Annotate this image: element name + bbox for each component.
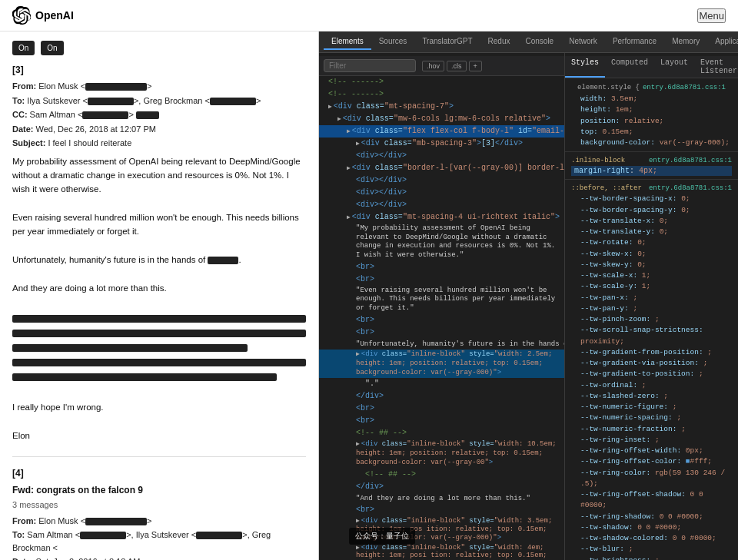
wechat-badge: 公众号：量子位 [349, 528, 415, 545]
styles-panel: Styles Computed Layout Event Listeners e… [565, 53, 738, 560]
redacted-from-3 [85, 83, 147, 91]
margin-right-highlighted: margin-right: 4px; [571, 166, 732, 176]
cls-button[interactable]: .cls [447, 61, 467, 71]
email-thread-3: [3] From: Elon Musk < > To: Ilya Sutskev… [12, 63, 306, 442]
email-date-3: Date: Wed, Dec 26, 2018 at 12:07 PM [12, 123, 306, 136]
hov-button[interactable]: .hov [422, 61, 444, 71]
before-after-rule: ::before, ::after entry.6d8a8781.css:1 [571, 183, 732, 194]
tree-comment-1: <!-- ------> [319, 76, 564, 88]
styles-tabbar: Styles Computed Layout Event Listeners [565, 56, 738, 78]
tree-text-3: "Unfortunately, humanity's future is in … [319, 339, 564, 350]
html-tree: .hov .cls + <!-- ------> <!-- ------> ▶<… [319, 53, 565, 560]
tree-div-3[interactable]: <div></div> [319, 199, 564, 211]
redacted-to-3b [210, 98, 256, 105]
tree-text-1: "My probability assessment of OpenAI bei… [319, 224, 564, 261]
tree-inline-block-selected[interactable]: ▶<div class="inline-block" style="width:… [319, 350, 564, 378]
email-panel: On On [3] From: Elon Musk < > To: Ilya S… [0, 31, 319, 560]
tab-network[interactable]: Network [561, 34, 605, 50]
thread-subject-4: Fwd: congrats on the falcon 9 [12, 483, 306, 497]
tab-console[interactable]: Console [517, 34, 561, 50]
style-bg: background-color: var(--gray-000); [571, 138, 732, 148]
tab-performance[interactable]: Performance [605, 34, 664, 50]
topbar: OpenAI Menu [0, 0, 738, 31]
redacted-to-3a [88, 98, 134, 105]
style-height: height: 1em; [571, 104, 732, 115]
email-from-4: From: Elon Musk < > [12, 515, 306, 528]
redacted-to-4a [80, 532, 126, 539]
tree-border-l[interactable]: ▶<div class="border-l-[var(--gray-00)] b… [319, 162, 564, 174]
tree-mb-spacing[interactable]: ▶<div class="mb-spacing-3">[3]</div> [319, 138, 564, 150]
tab-memory[interactable]: Memory [664, 34, 707, 50]
email-thread-4: [4] Fwd: congrats on the falcon 9 3 mess… [12, 466, 306, 560]
devtools-panel: Elements Sources TranslatorGPT Redux Con… [319, 31, 738, 560]
filter-input[interactable] [324, 59, 416, 72]
redacted-from-4 [85, 518, 147, 525]
add-style-button[interactable]: + [469, 61, 482, 71]
tree-close-div-2: </div> [319, 481, 564, 493]
devtools-content: .hov .cls + <!-- ------> <!-- ------> ▶<… [319, 53, 738, 560]
inline-block-section: .inline-block entry.6d8a8781.css:1 margi… [565, 152, 738, 180]
tab-redux[interactable]: Redux [480, 34, 518, 50]
tab-translatorgpt[interactable]: TranslatorGPT [414, 34, 480, 50]
tree-br-6[interactable]: <br> [319, 415, 564, 427]
email-from-3: From: Elon Musk < > [12, 80, 306, 93]
tree-text-2: "Even raising several hundred million wo… [319, 286, 564, 314]
tree-br-2[interactable]: <br> [319, 273, 564, 286]
tab-application[interactable]: Application [707, 34, 738, 50]
redacted-cc-3b [136, 111, 159, 119]
styles-tab-computed[interactable]: Computed [605, 56, 654, 78]
tree-mw-cols[interactable]: ▶<div class="mw-6-cols lg:mw-6-cols rela… [319, 113, 564, 125]
on-badge-2: On [41, 41, 63, 55]
email-to-3: To: Ilya Sutskever < >, Greg Brockman < … [12, 94, 306, 108]
filter-buttons: .hov .cls + [422, 61, 482, 71]
email-subject-3: Subject: I feel I should reiterate [12, 137, 306, 150]
tree-comment-4: <!-- ## --> [319, 469, 564, 481]
element-style-header: element.style { entry.6d8a8781.css:1 [571, 81, 732, 94]
redacted-cc-3 [82, 111, 128, 119]
tree-comment-3: <!-- ## --> [319, 427, 564, 439]
thread-number-4: [4] [12, 466, 306, 480]
tree-mt-spacing[interactable]: ▶<div class="mt-spacing-7"> [319, 101, 564, 113]
tree-br-5[interactable]: <br> [319, 403, 564, 415]
tree-br-3[interactable]: <br> [319, 314, 564, 326]
style-top: top: 0.15em; [571, 127, 732, 138]
thread-divider [12, 456, 306, 457]
thread-count-4: 3 messages [12, 499, 306, 512]
tree-br-7[interactable]: <br> [319, 504, 564, 516]
devtools-filterbar: .hov .cls + [319, 56, 564, 76]
tree-close-div-1: </div> [319, 390, 564, 403]
email-body-3: My probability assessment of OpenAI bein… [12, 154, 306, 443]
styles-tab-layout[interactable]: Layout [654, 56, 694, 78]
tree-text-4: "And they are doing a lot more than this… [319, 493, 564, 505]
style-width: width: 3.5em; [571, 94, 732, 104]
tree-inline-10[interactable]: ▶<div class="inline-block" style="width:… [319, 439, 564, 468]
styles-tab-event[interactable]: Event Listeners [694, 56, 738, 78]
tree-flex-col[interactable]: ▶<div class="flex flex-col f-body-l" id=… [319, 125, 564, 138]
tab-elements[interactable]: Elements [324, 34, 371, 50]
openai-logo: OpenAI [12, 6, 74, 25]
thread-number-3: [3] [12, 63, 306, 77]
tree-div-empty[interactable]: <div></div> [319, 150, 564, 162]
email-date-4: Date: Sat, Jan 2, 2016 at 8:18 AM [12, 555, 306, 560]
redacted-to-4b [196, 532, 242, 539]
email-to-4: To: Sam Altman < >, Ilya Sutskever < >, … [12, 529, 306, 554]
tree-div-2[interactable]: <div></div> [319, 187, 564, 199]
tree-br-1[interactable]: <br> [319, 261, 564, 273]
email-cc-3: CC: Sam Altman < > [12, 108, 306, 121]
inline-block-rule: .inline-block entry.6d8a8781.css:1 [571, 155, 732, 166]
on-badge-1: On [12, 41, 35, 55]
element-style-section: element.style { entry.6d8a8781.css:1 wid… [565, 78, 738, 152]
tab-sources[interactable]: Sources [371, 34, 415, 50]
style-position: position: relative; [571, 116, 732, 127]
tree-richtext[interactable]: ▶<div class="mt-spacing-4 ui-richtext it… [319, 211, 564, 224]
openai-icon [12, 6, 31, 25]
main-layout: On On [3] From: Elon Musk < > To: Ilya S… [0, 31, 738, 560]
menu-button[interactable]: Menu [697, 8, 726, 23]
logo-text: OpenAI [35, 9, 74, 22]
tree-br-4[interactable]: <br> [319, 326, 564, 339]
tree-inline-4a[interactable]: ▶<div class="inline-block" style="width:… [319, 543, 564, 560]
styles-tab-styles[interactable]: Styles [565, 56, 605, 78]
before-after-section: ::before, ::after entry.6d8a8781.css:1 -… [565, 180, 738, 560]
tree-div-1[interactable]: <div></div> [319, 174, 564, 187]
devtools-tabbar: Elements Sources TranslatorGPT Redux Con… [319, 31, 738, 53]
